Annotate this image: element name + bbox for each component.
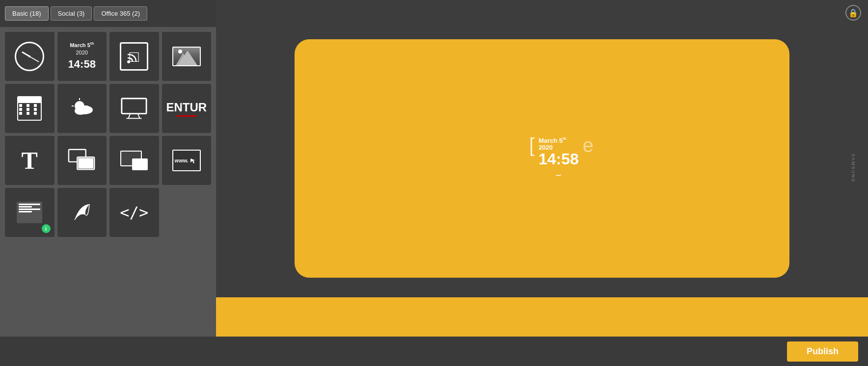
datetime-year: 2020 [76,49,88,56]
info-badge: i [42,224,51,233]
widget-listinfo[interactable]: i [5,188,54,237]
svg-rect-8 [122,99,146,114]
weather-icon [68,96,96,121]
cursor-icon [190,157,198,163]
www-icon: www. [172,150,201,171]
code-icon: </> [120,203,148,222]
list-line-1 [19,204,40,205]
widget-panel: March 5th 2020 14:58 □ [0,27,216,242]
canvas-area: [ March 5th2020 14:58 ⌣ e 🔒 SAMSUNG [216,0,868,337]
canvas-date: March 5th2020 [539,136,579,151]
widget-entur[interactable]: ENTUR [162,84,212,133]
bottom-bar: Publish [0,337,868,366]
widget-text[interactable]: T [5,136,54,185]
widget-overlay[interactable] [109,136,159,185]
cal-body [18,103,41,116]
entur-underline [177,115,196,117]
canvas-smile: ⌣ [539,169,579,181]
cal-header [18,97,41,103]
svg-rect-14 [78,158,93,168]
widget-datetime[interactable]: March 5th 2020 14:58 [57,32,107,81]
widget-www[interactable]: www. [162,136,212,185]
canvas-time: 14:58 [539,152,579,167]
clock-min-hand [29,56,39,62]
widget-fly[interactable] [57,188,107,237]
clock-icon [15,42,44,71]
listinfo-icon [17,202,42,223]
canvas-bracket: [ [529,134,535,157]
entur-container: ENTUR [166,101,207,117]
rss-svg [126,48,142,65]
monitor-icon [120,96,148,121]
widget-presentation[interactable] [57,136,107,185]
datetime-time: 14:58 [68,57,96,72]
lock-icon: 🔒 [848,8,858,18]
publish-button[interactable]: Publish [787,341,858,362]
mountains-graphic [173,48,200,65]
tab-social[interactable]: Social (3) [51,6,92,21]
widget-clock[interactable] [5,32,54,81]
svg-point-0 [127,60,130,63]
widget-rss[interactable]: □ [109,32,159,81]
tab-office365[interactable]: Office 365 (2) [94,6,147,21]
image-icon [172,47,201,66]
canvas-e-letter: e [583,134,594,157]
overlay-screen2 [132,158,148,170]
widget-code[interactable]: </> [109,188,159,237]
lock-button[interactable]: 🔒 [845,5,861,21]
text-t-icon: T [22,146,38,175]
widget-calendar[interactable] [5,84,54,133]
canvas-datetime-widget[interactable]: [ March 5th2020 14:58 ⌣ e [529,136,594,180]
samsung-label: SAMSUNG [851,154,856,183]
widget-weather[interactable] [57,84,107,133]
canvas-panel: [ March 5th2020 14:58 ⌣ e 🔒 SAMSUNG [216,0,868,337]
datetime-date: March 5th [70,41,94,49]
fly-icon [70,200,94,225]
widget-image[interactable] [162,32,212,81]
svg-marker-15 [190,158,195,163]
tab-bar: Basic (18) Social (3) Office 365 (2) [0,0,216,27]
rss-icon: □ [120,42,148,71]
calendar-icon [17,96,42,121]
tab-basic[interactable]: Basic (18) [5,6,49,21]
canvas-time-block: March 5th2020 14:58 ⌣ [539,136,579,180]
yellow-strip [216,297,868,337]
yellow-card: [ March 5th2020 14:58 ⌣ e [295,39,789,278]
svg-point-7 [75,107,86,115]
list-line-4 [19,211,31,212]
list-line-2 [19,206,31,208]
mountain2-graphic [178,51,197,65]
overlay-icon [120,151,148,170]
entur-label: ENTUR [166,101,207,114]
widget-monitor[interactable] [109,84,159,133]
presentation-icon [68,148,96,173]
list-line-3 [19,209,40,210]
www-text: www. [175,157,189,163]
